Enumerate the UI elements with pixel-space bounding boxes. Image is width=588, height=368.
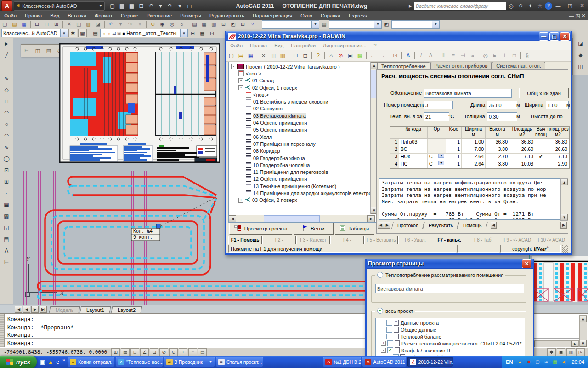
length-input[interactable]: 36.80 — [487, 101, 517, 109]
tab-prev-icon[interactable]: ◀ — [23, 306, 30, 313]
cut-icon[interactable]: ✕ — [259, 52, 268, 60]
layout-tab-layout2[interactable]: Layout2 — [111, 306, 142, 313]
paste-icon[interactable]: ▥ — [278, 52, 287, 60]
open-icon[interactable]: ▤ — [10, 20, 19, 29]
frame-icon[interactable]: □ — [510, 52, 519, 60]
save-icon[interactable]: ▦ — [127, 1, 136, 10]
select-icon[interactable]: ► — [0, 38, 12, 49]
table-cell-orientation[interactable]: С▼ — [428, 161, 446, 168]
width-input[interactable]: 1.00 — [546, 101, 569, 109]
rauwin-menu-2[interactable]: Правка — [246, 42, 271, 49]
rauwin-menu-3[interactable]: Вид — [271, 42, 287, 49]
comm-center-icon[interactable]: ✦ — [526, 1, 535, 10]
scroll-up-icon[interactable]: ▲ — [580, 316, 587, 322]
menu-item-4[interactable]: Вставка — [63, 12, 90, 19]
surfaces-table[interactable]: № кодаОрК-воШиринамВысотамПлощадьм2Вычпл… — [390, 126, 570, 169]
new-icon[interactable]: ▢ — [107, 1, 117, 10]
color-swatch-icon[interactable]: ■ — [122, 31, 125, 36]
tree-expand-icon[interactable]: + — [238, 78, 243, 83]
rauwin-close-button[interactable]: ✕ — [560, 32, 570, 41]
taskbar-task-1[interactable]: ▲Копии отправл... — [68, 357, 114, 367]
lock-icon[interactable]: ▣ — [117, 31, 121, 36]
anchor-icon[interactable]: ⊥ — [500, 52, 509, 60]
copy-icon[interactable]: ◫ — [74, 20, 83, 29]
fkey-button-5[interactable]: F5 - Вставить — [364, 236, 398, 244]
workspace-gear-icon[interactable]: ✱ — [547, 348, 556, 356]
output-hscroll-left-icon[interactable]: ◀ — [491, 222, 497, 229]
ie-icon[interactable]: e — [56, 359, 59, 365]
quickprop-icon[interactable]: ▤ — [198, 348, 207, 356]
tree-item[interactable]: 08 Коридор — [231, 148, 376, 155]
table-cell-rownum[interactable]: 3 — [390, 154, 399, 161]
bottom-tab-next-icon[interactable]: ▶ — [384, 222, 390, 229]
infocenter-search-input[interactable]: Введите ключевое слово/фразу — [414, 2, 506, 10]
preview-icon[interactable]: ◻ — [185, 1, 194, 10]
rauwin-menu-6[interactable]: ? — [370, 42, 380, 49]
menu-item-7[interactable]: Рисование — [142, 12, 176, 19]
fkey-button-4[interactable]: F4 - — [330, 236, 364, 244]
table-cell-subtract-check[interactable] — [535, 146, 547, 154]
lwt-icon[interactable]: ≡ — [188, 348, 197, 356]
point-icon[interactable]: ∙ — [0, 188, 12, 199]
table-cell-code[interactable]: ВС — [399, 146, 428, 154]
redo-icon[interactable]: ↷ — [165, 1, 175, 10]
tab-first-icon[interactable]: |◀ — [15, 306, 22, 313]
tree-expand-icon[interactable]: - — [381, 348, 386, 353]
bottom-tab-prev-icon[interactable]: ◀ — [378, 222, 384, 229]
align-icon[interactable]: ≡ — [449, 52, 458, 60]
checkbox-icon[interactable] — [387, 340, 393, 346]
bottom-tab-3[interactable]: Помощь — [457, 222, 487, 229]
taskbar-task-7[interactable]: ∠2010-12-22 Viln... — [407, 357, 453, 367]
table-cell-code[interactable]: НОк — [399, 154, 428, 161]
style-combo-2[interactable]: ▼ — [329, 20, 382, 29]
undo-icon[interactable]: ↶ — [146, 1, 156, 10]
tree-expand-icon[interactable]: - — [238, 85, 243, 90]
print-icon[interactable]: ⊟ — [291, 52, 300, 60]
ati-icon[interactable]: ■ — [525, 358, 532, 365]
close-button[interactable]: ✕ — [576, 2, 588, 10]
matchprop-icon[interactable]: ◪ — [94, 20, 102, 29]
spline-icon[interactable]: ∿ — [0, 142, 12, 153]
tree-item[interactable]: <нов.> — [231, 91, 376, 98]
workspace-combo[interactable]: Классичес...й AutoCAD▼ — [1, 29, 68, 37]
tab-2[interactable]: Расчет отоп. приборов — [430, 62, 492, 69]
menu-item-2[interactable]: Правка — [21, 12, 46, 19]
menu-item-9[interactable]: Редактировать — [205, 12, 249, 19]
clock[interactable]: 20:04 — [571, 359, 584, 365]
redo-icon[interactable]: ↷ — [126, 20, 135, 29]
tree-expand-icon[interactable]: - — [231, 64, 236, 69]
transfer-icon[interactable]: ⇄ — [112, 31, 116, 36]
tree-item[interactable]: 09 Гардеробна жіноча — [231, 155, 376, 161]
lock-toolbars-icon[interactable]: ▣ — [557, 348, 565, 356]
tree-expand-icon[interactable]: + — [238, 198, 243, 203]
shield-icon[interactable]: ▲ — [48, 359, 53, 365]
menu-item-12[interactable]: Справка — [317, 12, 345, 19]
table-cell-result-area[interactable]: 2.90 — [547, 161, 569, 168]
palette-icon[interactable]: ▩ — [356, 52, 364, 60]
table-cell-area[interactable]: 26.60 — [509, 146, 535, 154]
thickness-input[interactable]: 0.30 — [487, 112, 517, 121]
view-button-2[interactable]: Ветви — [294, 223, 333, 235]
fkey-button-6[interactable]: F6 - Удал. — [398, 236, 432, 244]
command-vscrollbar[interactable]: ▲ ▼ — [579, 315, 587, 347]
preview-icon[interactable]: ◻ — [301, 52, 310, 60]
combo-arrow-icon[interactable]: ▼ — [438, 161, 444, 165]
tree-item[interactable]: -02 Офіси, 1 поверх — [231, 84, 376, 91]
dialog-close-button[interactable]: ✕ — [522, 259, 531, 268]
indent-icon[interactable]: ⊣ — [458, 52, 467, 60]
rauwin-menu-5[interactable]: Лицензирование... — [319, 42, 370, 49]
tab-last-icon[interactable]: ▶| — [40, 306, 47, 313]
palette-icon[interactable]: ▩ — [551, 358, 558, 365]
menu-item-10[interactable]: Параметризация — [249, 12, 296, 19]
output-hscroll-right-icon[interactable]: ▶ — [560, 222, 567, 229]
table-cell-subtract-check[interactable] — [535, 161, 547, 168]
menu-item-11[interactable]: Окно — [296, 12, 317, 19]
app-icon[interactable]: ▣ — [40, 359, 45, 365]
scroll-right-icon[interactable]: ▶ — [571, 341, 578, 347]
quick-launch-overflow[interactable]: » — [62, 357, 65, 362]
table-cell-height[interactable]: 3.80 — [486, 161, 509, 168]
undo-icon[interactable]: ↶ — [107, 20, 115, 29]
report-tree-item[interactable]: Общие данные — [377, 326, 523, 333]
delta-icon[interactable]: Δ — [426, 52, 435, 60]
table-cell-code[interactable]: НС — [399, 161, 428, 168]
